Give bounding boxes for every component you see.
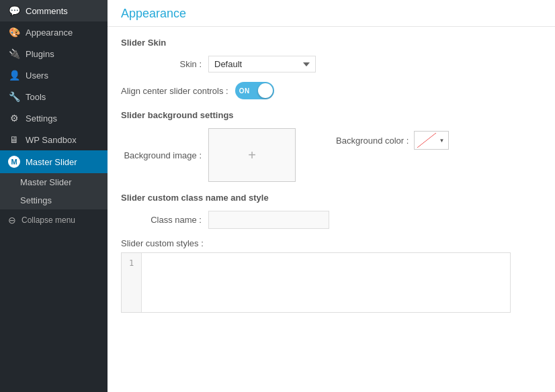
bg-color-label: Background color : [336, 136, 409, 146]
sidebar-item-users[interactable]: 👤 Users [0, 64, 108, 86]
sidebar-item-master-slider[interactable]: M Master Slider [0, 150, 108, 173]
sidebar-item-plugins[interactable]: 🔌 Plugins [0, 43, 108, 64]
comments-icon: 💬 [8, 5, 20, 16]
collapse-icon: ⊖ [8, 215, 16, 226]
sidebar-item-tools[interactable]: 🔧 Tools [0, 86, 108, 107]
skin-row: Skin : Default Dark Light Classic [121, 56, 542, 72]
appearance-icon: 🎨 [8, 27, 20, 38]
main-content: Appearance Slider Skin Skin : Default Da… [108, 0, 555, 392]
toggle-track[interactable]: ON [235, 82, 274, 99]
toggle-on-label: ON [239, 87, 250, 95]
sidebar-submenu-master-slider[interactable]: Master Slider [0, 173, 108, 191]
sidebar: 💬 Comments 🎨 Appearance 🔌 Plugins 👤 User… [0, 0, 108, 392]
skin-select[interactable]: Default Dark Light Classic [208, 56, 316, 72]
class-name-label: Class name : [121, 215, 202, 225]
slider-skin-section-title: Slider Skin [121, 38, 542, 48]
bg-settings-section-title: Slider background settings [121, 110, 542, 120]
plugins-icon: 🔌 [8, 48, 20, 59]
align-label: Align center slider controls : [121, 86, 228, 96]
bg-image-upload[interactable]: + [208, 128, 296, 182]
sidebar-item-comments[interactable]: 💬 Comments [0, 0, 108, 21]
users-icon: 👤 [8, 70, 20, 81]
class-name-input[interactable] [208, 211, 329, 229]
class-name-row: Class name : [121, 211, 542, 229]
custom-styles-row: Slider custom styles : 1 [121, 238, 542, 313]
wp-sandbox-icon: 🖥 [8, 134, 20, 145]
collapse-menu-button[interactable]: ⊖ Collapse menu [0, 209, 108, 231]
settings-icon: ⚙ [8, 113, 20, 124]
plus-icon: + [248, 148, 256, 163]
page-header: Appearance [108, 0, 555, 27]
custom-styles-label: Slider custom styles : [121, 238, 542, 248]
content-body: Slider Skin Skin : Default Dark Light Cl… [108, 27, 555, 324]
align-center-row: Align center slider controls : ON [121, 82, 542, 99]
page-title: Appearance [121, 7, 542, 21]
tools-icon: 🔧 [8, 91, 20, 102]
line-number-1: 1 [122, 257, 141, 269]
bg-image-field: Background image : + [121, 128, 296, 182]
custom-class-section-title: Slider custom class name and style [121, 193, 542, 203]
color-swatch [417, 133, 436, 148]
skin-label: Skin : [121, 59, 202, 69]
bg-color-field: Background color : ▼ [336, 131, 449, 150]
sidebar-item-wp-sandbox[interactable]: 🖥 WP Sandbox [0, 129, 108, 150]
sidebar-item-appearance[interactable]: 🎨 Appearance [0, 21, 108, 43]
toggle-thumb [258, 83, 273, 98]
align-toggle[interactable]: ON [235, 82, 274, 99]
color-swatch-diagonal [417, 133, 436, 148]
bg-image-label: Background image : [121, 150, 202, 160]
sidebar-submenu: Master Slider Settings [0, 173, 108, 209]
code-editor-body[interactable] [142, 253, 510, 312]
sidebar-item-settings[interactable]: ⚙ Settings [0, 107, 108, 129]
code-editor[interactable]: 1 [121, 252, 511, 313]
sidebar-submenu-settings[interactable]: Settings [0, 191, 108, 209]
code-editor-gutter: 1 [122, 253, 142, 312]
bg-settings-row: Background image : + Background color : … [121, 128, 542, 182]
master-slider-icon: M [8, 156, 20, 168]
bg-color-picker[interactable]: ▼ [414, 131, 449, 150]
color-dropdown-arrow-icon: ▼ [437, 138, 445, 144]
